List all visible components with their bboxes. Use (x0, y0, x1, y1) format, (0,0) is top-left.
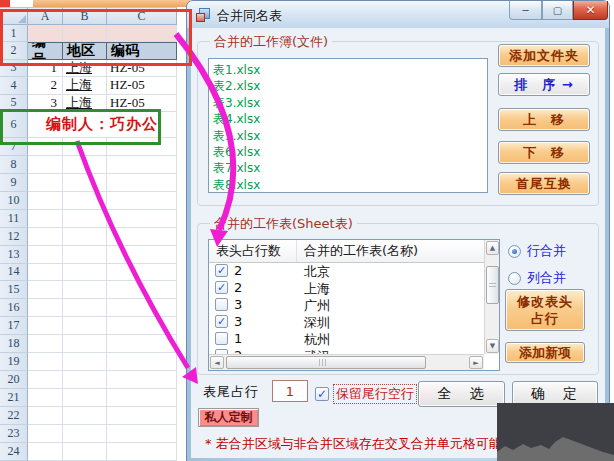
sheet-cell[interactable] (63, 156, 107, 174)
sheet-cell[interactable] (63, 317, 107, 335)
sheet-cell[interactable] (63, 299, 107, 317)
row-header[interactable]: 19 (0, 353, 28, 371)
sheet-cell[interactable] (28, 156, 63, 174)
row-header[interactable]: 18 (0, 335, 28, 353)
row-header[interactable]: 13 (0, 246, 28, 264)
sheet-cell[interactable] (28, 228, 63, 246)
sheet-cell[interactable] (28, 335, 63, 353)
sheet-cell[interactable] (63, 353, 107, 371)
sheet-cell[interactable] (28, 407, 63, 425)
sheet-cell[interactable] (28, 425, 63, 443)
header-rows-column-header[interactable]: 表头占行数 (209, 240, 297, 262)
sheet-cell[interactable] (107, 246, 177, 264)
sheet-cell[interactable] (28, 317, 63, 335)
horizontal-scroll-thumb[interactable] (226, 356, 426, 369)
keep-blank-label[interactable]: 保留尾行空行 (333, 384, 417, 404)
sheet-cell[interactable] (28, 389, 63, 407)
sheet-cell[interactable]: 上海 (63, 77, 107, 94)
sheet-cell[interactable] (63, 246, 107, 264)
sheet-cell[interactable] (28, 264, 63, 282)
sort-button[interactable]: 排 序 → (498, 73, 590, 96)
row-header[interactable]: 4 (0, 77, 28, 94)
sheet-cell[interactable] (107, 335, 177, 353)
sheet-list-row[interactable]: ✓2上海 (209, 279, 484, 296)
sheet-cell[interactable] (107, 407, 177, 425)
sheet-cell[interactable] (63, 443, 107, 461)
scroll-down-icon[interactable]: ▼ (486, 339, 499, 353)
file-item[interactable]: 表2.xlsx (213, 78, 487, 94)
sheet-cell[interactable] (63, 425, 107, 443)
sheet-cell[interactable] (28, 174, 63, 192)
sheet-cell[interactable] (107, 389, 177, 407)
modify-header-rows-button[interactable]: 修改表头占行 (505, 289, 585, 331)
dialog-titlebar[interactable]: 合并同名表 ─ ▢ ✕ (187, 1, 609, 28)
scroll-right-icon[interactable]: ► (469, 356, 483, 369)
file-item[interactable]: 表4.xlsx (213, 111, 487, 127)
sheet-cell[interactable] (63, 192, 107, 210)
row-header[interactable]: 10 (0, 192, 28, 210)
checkbox-checked-icon[interactable]: ✓ (215, 315, 228, 328)
close-button[interactable]: ✕ (573, 1, 608, 20)
sheet-cell[interactable] (107, 210, 177, 228)
sheet-cell[interactable] (28, 443, 63, 461)
sheet-list-row[interactable]: 2武汉 (209, 347, 484, 354)
sheet-cell[interactable]: 2 (28, 77, 63, 94)
sheet-cell[interactable] (28, 246, 63, 264)
sheet-cell[interactable] (107, 317, 177, 335)
row-header[interactable]: 21 (0, 389, 28, 407)
sheet-cell[interactable] (63, 281, 107, 299)
add-folder-button[interactable]: 添加文件夹 (498, 44, 590, 67)
row-header[interactable]: 11 (0, 210, 28, 228)
sheet-list-row[interactable]: ✓2北京 (209, 262, 484, 279)
row-header[interactable]: 9 (0, 174, 28, 192)
file-item[interactable]: 表3.xlsx (213, 95, 487, 111)
scroll-left-icon[interactable]: ◄ (210, 356, 224, 369)
swap-first-last-button[interactable]: 首尾互换 (498, 172, 590, 195)
sheet-cell[interactable] (63, 407, 107, 425)
sheet-cell[interactable] (28, 210, 63, 228)
sheet-cell[interactable] (107, 443, 177, 461)
private-custom-button[interactable]: 私人定制 (198, 408, 259, 427)
file-item[interactable]: 表8.xlsx (213, 177, 487, 193)
file-item[interactable]: 表5.xlsx (213, 128, 487, 144)
row-header[interactable]: 23 (0, 425, 28, 443)
row-header[interactable]: 20 (0, 371, 28, 389)
sheet-cell[interactable] (63, 264, 107, 282)
sheet-cell[interactable] (107, 353, 177, 371)
sheet-name-column-header[interactable]: 合并的工作表(名称) (297, 240, 484, 262)
sheet-cell[interactable] (28, 192, 63, 210)
sheet-cell[interactable] (107, 371, 177, 389)
sheet-cell[interactable] (28, 299, 63, 317)
sheet-list-row[interactable]: 3广州 (209, 296, 484, 313)
sheet-cell[interactable] (107, 192, 177, 210)
add-new-item-button[interactable]: 添加新项 (505, 342, 585, 363)
sheet-cell[interactable] (63, 371, 107, 389)
move-down-button[interactable]: 下 移 (498, 141, 590, 164)
workbook-file-list[interactable]: 表1.xlsx表2.xlsx表3.xlsx表4.xlsx表5.xlsx表6.xl… (208, 58, 488, 193)
row-header[interactable]: 22 (0, 407, 28, 425)
checkbox-unchecked-icon[interactable] (215, 298, 228, 311)
sheet-cell[interactable] (107, 228, 177, 246)
select-all-button[interactable]: 全 选 (418, 381, 505, 407)
file-item[interactable]: 表1.xlsx (213, 62, 487, 78)
sheet-cell[interactable] (63, 228, 107, 246)
sheet-cell[interactable] (63, 174, 107, 192)
row-merge-radio[interactable]: 行合并 (508, 242, 566, 260)
sheet-cell[interactable] (28, 281, 63, 299)
checkbox-checked-icon[interactable]: ✓ (215, 264, 228, 277)
row-header[interactable]: 24 (0, 443, 28, 461)
sheet-cell[interactable] (107, 264, 177, 282)
sheet-cell[interactable] (63, 210, 107, 228)
sheet-cell[interactable] (107, 174, 177, 192)
sheet-cell[interactable] (28, 371, 63, 389)
checkbox-unchecked-icon[interactable] (215, 332, 228, 345)
sheet-cell[interactable] (63, 389, 107, 407)
column-merge-radio[interactable]: 列合并 (508, 269, 566, 287)
sheet-list-row[interactable]: 1杭州 (209, 330, 484, 347)
row-header[interactable]: 16 (0, 299, 28, 317)
horizontal-scrollbar[interactable]: ◄ ► (209, 354, 484, 370)
vertical-scrollbar[interactable]: ▲ ▼ (484, 240, 499, 354)
move-up-button[interactable]: 上 移 (498, 108, 590, 131)
maximize-button[interactable]: ▢ (542, 1, 573, 20)
row-header[interactable]: 15 (0, 281, 28, 299)
